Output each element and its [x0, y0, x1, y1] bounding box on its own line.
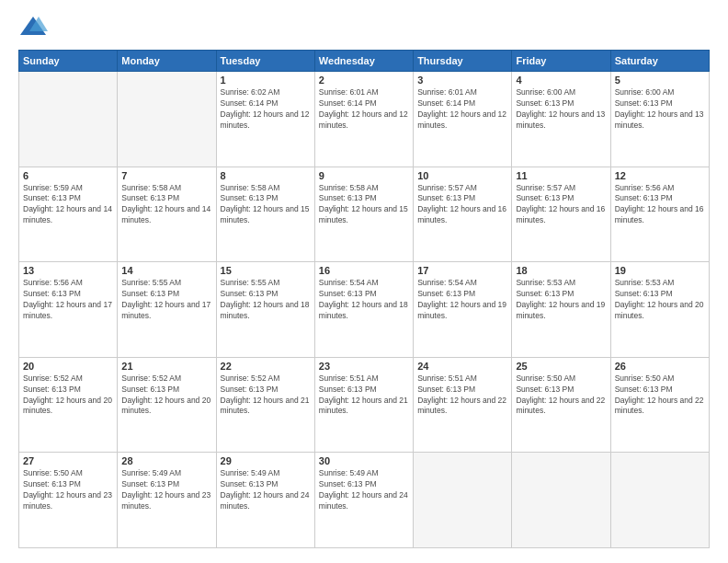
day-info: Sunrise: 6:00 AM Sunset: 6:13 PM Dayligh… — [615, 87, 705, 132]
calendar-cell: 15Sunrise: 5:55 AM Sunset: 6:13 PM Dayli… — [216, 262, 314, 358]
header — [18, 15, 710, 40]
day-info: Sunrise: 6:02 AM Sunset: 6:14 PM Dayligh… — [221, 87, 311, 132]
day-number: 1 — [221, 75, 311, 86]
weekday-header-monday: Monday — [118, 51, 216, 72]
weekday-header-wednesday: Wednesday — [314, 51, 413, 72]
calendar-cell — [118, 72, 216, 167]
day-info: Sunrise: 5:56 AM Sunset: 6:13 PM Dayligh… — [615, 183, 705, 227]
calendar-cell: 24Sunrise: 5:51 AM Sunset: 6:13 PM Dayli… — [414, 357, 512, 453]
calendar-cell — [610, 453, 709, 548]
calendar-cell: 19Sunrise: 5:53 AM Sunset: 6:13 PM Dayli… — [610, 262, 709, 358]
calendar-cell: 7Sunrise: 5:58 AM Sunset: 6:13 PM Daylig… — [118, 167, 216, 262]
calendar-cell: 18Sunrise: 5:53 AM Sunset: 6:13 PM Dayli… — [512, 262, 610, 358]
day-info: Sunrise: 5:58 AM Sunset: 6:13 PM Dayligh… — [121, 183, 211, 227]
day-number: 20 — [23, 361, 113, 372]
calendar-cell: 11Sunrise: 5:57 AM Sunset: 6:13 PM Dayli… — [512, 167, 610, 262]
day-info: Sunrise: 5:50 AM Sunset: 6:13 PM Dayligh… — [23, 468, 113, 512]
day-info: Sunrise: 5:54 AM Sunset: 6:13 PM Dayligh… — [417, 278, 507, 322]
day-number: 27 — [23, 455, 113, 466]
day-info: Sunrise: 5:49 AM Sunset: 6:13 PM Dayligh… — [221, 468, 311, 512]
day-info: Sunrise: 5:55 AM Sunset: 6:13 PM Dayligh… — [121, 278, 211, 322]
calendar-cell: 1Sunrise: 6:02 AM Sunset: 6:14 PM Daylig… — [216, 72, 314, 167]
day-number: 21 — [121, 361, 211, 372]
calendar-cell — [512, 453, 610, 548]
weekday-header-thursday: Thursday — [414, 51, 512, 72]
day-number: 2 — [319, 75, 409, 86]
day-number: 9 — [319, 170, 409, 181]
day-info: Sunrise: 5:56 AM Sunset: 6:13 PM Dayligh… — [23, 278, 113, 322]
day-info: Sunrise: 5:55 AM Sunset: 6:13 PM Dayligh… — [221, 278, 311, 322]
day-number: 15 — [221, 265, 311, 276]
day-info: Sunrise: 5:50 AM Sunset: 6:13 PM Dayligh… — [615, 373, 705, 418]
day-number: 6 — [23, 170, 113, 181]
calendar-row-1: 6Sunrise: 5:59 AM Sunset: 6:13 PM Daylig… — [19, 167, 710, 262]
day-number: 19 — [615, 265, 705, 276]
day-info: Sunrise: 5:49 AM Sunset: 6:13 PM Dayligh… — [121, 468, 211, 512]
day-info: Sunrise: 5:57 AM Sunset: 6:13 PM Dayligh… — [516, 183, 606, 227]
calendar-cell: 13Sunrise: 5:56 AM Sunset: 6:13 PM Dayli… — [19, 262, 118, 358]
day-number: 22 — [221, 361, 311, 372]
logo — [18, 15, 53, 40]
calendar-cell: 16Sunrise: 5:54 AM Sunset: 6:13 PM Dayli… — [314, 262, 413, 358]
calendar-cell: 2Sunrise: 6:01 AM Sunset: 6:14 PM Daylig… — [314, 72, 413, 167]
weekday-header-saturday: Saturday — [610, 51, 709, 72]
weekday-header-friday: Friday — [512, 51, 610, 72]
calendar-cell: 25Sunrise: 5:50 AM Sunset: 6:13 PM Dayli… — [512, 357, 610, 453]
page: SundayMondayTuesdayWednesdayThursdayFrid… — [0, 0, 728, 563]
day-info: Sunrise: 5:57 AM Sunset: 6:13 PM Dayligh… — [417, 183, 507, 227]
calendar-cell: 5Sunrise: 6:00 AM Sunset: 6:13 PM Daylig… — [610, 72, 709, 167]
day-info: Sunrise: 5:59 AM Sunset: 6:13 PM Dayligh… — [23, 183, 113, 227]
day-info: Sunrise: 5:51 AM Sunset: 6:13 PM Dayligh… — [319, 373, 409, 418]
calendar-cell — [414, 453, 512, 548]
day-info: Sunrise: 6:01 AM Sunset: 6:14 PM Dayligh… — [319, 87, 409, 132]
day-info: Sunrise: 5:58 AM Sunset: 6:13 PM Dayligh… — [319, 183, 409, 227]
day-number: 28 — [121, 455, 211, 466]
calendar-cell: 4Sunrise: 6:00 AM Sunset: 6:13 PM Daylig… — [512, 72, 610, 167]
calendar-cell: 20Sunrise: 5:52 AM Sunset: 6:13 PM Dayli… — [19, 357, 118, 453]
day-number: 14 — [121, 265, 211, 276]
calendar-cell: 22Sunrise: 5:52 AM Sunset: 6:13 PM Dayli… — [216, 357, 314, 453]
calendar-cell: 8Sunrise: 5:58 AM Sunset: 6:13 PM Daylig… — [216, 167, 314, 262]
day-number: 12 — [615, 170, 705, 181]
calendar-table: SundayMondayTuesdayWednesdayThursdayFrid… — [18, 50, 710, 548]
calendar-cell: 9Sunrise: 5:58 AM Sunset: 6:13 PM Daylig… — [314, 167, 413, 262]
day-info: Sunrise: 6:01 AM Sunset: 6:14 PM Dayligh… — [417, 87, 507, 132]
weekday-header-tuesday: Tuesday — [216, 51, 314, 72]
day-number: 5 — [615, 75, 705, 86]
day-info: Sunrise: 5:51 AM Sunset: 6:13 PM Dayligh… — [417, 373, 507, 418]
day-number: 29 — [221, 455, 311, 466]
day-number: 10 — [417, 170, 507, 181]
day-info: Sunrise: 5:50 AM Sunset: 6:13 PM Dayligh… — [516, 373, 606, 418]
calendar-cell: 17Sunrise: 5:54 AM Sunset: 6:13 PM Dayli… — [414, 262, 512, 358]
day-info: Sunrise: 5:52 AM Sunset: 6:13 PM Dayligh… — [121, 373, 211, 418]
calendar-cell: 21Sunrise: 5:52 AM Sunset: 6:13 PM Dayli… — [118, 357, 216, 453]
day-number: 4 — [516, 75, 606, 86]
calendar-cell: 28Sunrise: 5:49 AM Sunset: 6:13 PM Dayli… — [118, 453, 216, 548]
day-number: 16 — [319, 265, 409, 276]
weekday-header-sunday: Sunday — [19, 51, 118, 72]
day-number: 3 — [417, 75, 507, 86]
day-number: 8 — [221, 170, 311, 181]
calendar-row-0: 1Sunrise: 6:02 AM Sunset: 6:14 PM Daylig… — [19, 72, 710, 167]
calendar-cell: 29Sunrise: 5:49 AM Sunset: 6:13 PM Dayli… — [216, 453, 314, 548]
calendar-cell: 27Sunrise: 5:50 AM Sunset: 6:13 PM Dayli… — [19, 453, 118, 548]
day-info: Sunrise: 5:54 AM Sunset: 6:13 PM Dayligh… — [319, 278, 409, 322]
day-info: Sunrise: 5:52 AM Sunset: 6:13 PM Dayligh… — [23, 373, 113, 418]
day-number: 26 — [615, 361, 705, 372]
calendar-cell: 26Sunrise: 5:50 AM Sunset: 6:13 PM Dayli… — [610, 357, 709, 453]
day-number: 17 — [417, 265, 507, 276]
calendar-row-3: 20Sunrise: 5:52 AM Sunset: 6:13 PM Dayli… — [19, 357, 710, 453]
day-number: 11 — [516, 170, 606, 181]
calendar-cell: 3Sunrise: 6:01 AM Sunset: 6:14 PM Daylig… — [414, 72, 512, 167]
day-number: 13 — [23, 265, 113, 276]
day-info: Sunrise: 5:49 AM Sunset: 6:13 PM Dayligh… — [319, 468, 409, 512]
day-info: Sunrise: 5:52 AM Sunset: 6:13 PM Dayligh… — [221, 373, 311, 418]
day-number: 18 — [516, 265, 606, 276]
calendar-cell: 23Sunrise: 5:51 AM Sunset: 6:13 PM Dayli… — [314, 357, 413, 453]
day-number: 7 — [121, 170, 211, 181]
day-info: Sunrise: 5:53 AM Sunset: 6:13 PM Dayligh… — [615, 278, 705, 322]
calendar-cell: 12Sunrise: 5:56 AM Sunset: 6:13 PM Dayli… — [610, 167, 709, 262]
calendar-cell: 10Sunrise: 5:57 AM Sunset: 6:13 PM Dayli… — [414, 167, 512, 262]
calendar-row-4: 27Sunrise: 5:50 AM Sunset: 6:13 PM Dayli… — [19, 453, 710, 548]
day-info: Sunrise: 6:00 AM Sunset: 6:13 PM Dayligh… — [516, 87, 606, 132]
